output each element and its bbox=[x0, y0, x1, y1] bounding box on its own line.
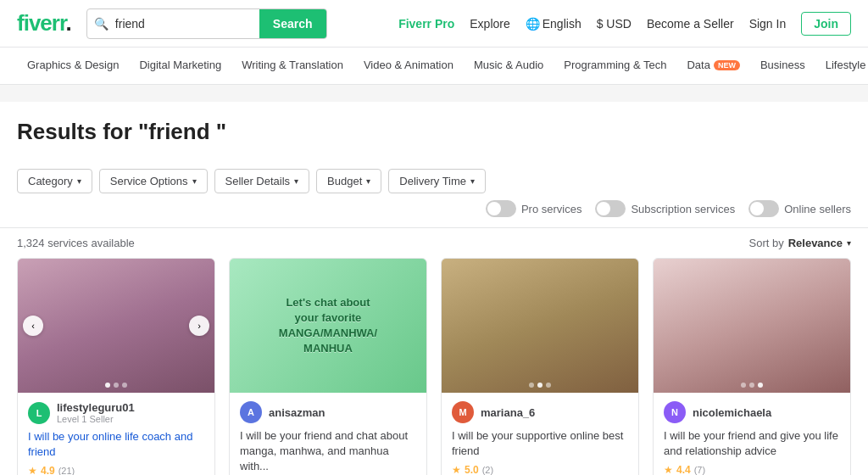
card-1-image-wrap: ‹ › bbox=[18, 259, 214, 393]
nav-item-video[interactable]: Video & Animation bbox=[353, 48, 464, 85]
cards-grid: ‹ › L lifestyleguru01 Level 1 Seller I w… bbox=[0, 258, 868, 475]
filters-bar: Category ▾ Service Options ▾ Seller Deta… bbox=[0, 159, 868, 228]
card-1-prev-button[interactable]: ‹ bbox=[23, 316, 43, 336]
card-3-rating: 5.0 bbox=[465, 464, 479, 475]
card-4-rating: 4.4 bbox=[676, 464, 691, 475]
card-1-rating: 4.9 bbox=[41, 465, 55, 475]
subscription-services-toggle-group: Subscription services bbox=[595, 200, 735, 217]
delivery-time-filter[interactable]: Delivery Time ▾ bbox=[388, 169, 486, 193]
category-nav: Graphics & Design Digital Marketing Writ… bbox=[0, 48, 868, 85]
chevron-down-icon: ▾ bbox=[366, 176, 370, 186]
card-3-stars: ★ 5.0 (2) bbox=[452, 464, 628, 475]
card-4-dots bbox=[741, 383, 763, 388]
card-4-body: N nicolemichaela I will be your friend a… bbox=[654, 393, 850, 475]
card-1-title: I will be your online life coach and fri… bbox=[28, 429, 204, 460]
card-1: ‹ › L lifestyleguru01 Level 1 Seller I w… bbox=[17, 258, 215, 475]
card-2-seller: A anisazman bbox=[240, 401, 416, 423]
nav-item-graphics[interactable]: Graphics & Design bbox=[17, 48, 129, 85]
fiverr-pro-link[interactable]: Fiverr Pro bbox=[398, 17, 454, 31]
card-4-star-icon: ★ bbox=[664, 464, 673, 475]
stats-bar: 1,324 services available Sort by Relevan… bbox=[0, 228, 868, 258]
results-area: Results for "friend " bbox=[0, 85, 868, 159]
logo[interactable]: fiverr. bbox=[17, 10, 71, 36]
header: fiverr. 🔍 Search Fiverr Pro Explore 🌐 En… bbox=[0, 0, 868, 48]
seller-details-filter[interactable]: Seller Details ▾ bbox=[214, 169, 310, 193]
card-1-seller-name: lifestyleguru01 bbox=[57, 401, 135, 414]
category-filter[interactable]: Category ▾ bbox=[17, 169, 92, 193]
nav-item-data[interactable]: Data NEW bbox=[676, 48, 749, 85]
card-1-stars: ★ 4.9 (21) bbox=[28, 465, 204, 475]
card-4-seller: N nicolemichaela bbox=[664, 401, 840, 423]
pro-services-toggle-group: Pro services bbox=[486, 200, 582, 217]
search-button[interactable]: Search bbox=[259, 8, 326, 39]
card-4: N nicolemichaela I will be your friend a… bbox=[653, 258, 851, 475]
search-input[interactable] bbox=[115, 17, 259, 31]
currency-link[interactable]: $ USD bbox=[597, 17, 632, 31]
card-1-dots bbox=[105, 383, 127, 388]
join-button[interactable]: Join bbox=[801, 12, 851, 36]
card-4-seller-name: nicolemichaela bbox=[693, 406, 771, 419]
pro-services-toggle[interactable] bbox=[486, 200, 516, 217]
sort-chevron-icon: ▾ bbox=[847, 238, 851, 248]
nav-item-digital[interactable]: Digital Marketing bbox=[129, 48, 231, 85]
subscription-services-toggle[interactable] bbox=[595, 200, 626, 217]
card-3-body: M mariana_6 I will be your supportive on… bbox=[442, 393, 638, 475]
chevron-down-icon: ▾ bbox=[470, 176, 475, 186]
card-2-avatar: A bbox=[240, 401, 262, 423]
card-3-rating-count: (2) bbox=[482, 465, 493, 475]
card-4-title: I will be your friend and give you life … bbox=[664, 428, 840, 459]
card-4-stars: ★ 4.4 (7) bbox=[664, 464, 840, 475]
card-1-next-button[interactable]: › bbox=[189, 316, 209, 336]
nav-item-business[interactable]: Business bbox=[750, 48, 815, 85]
budget-filter[interactable]: Budget ▾ bbox=[316, 169, 381, 193]
chevron-down-icon: ▾ bbox=[77, 176, 81, 186]
search-icon: 🔍 bbox=[87, 17, 115, 31]
services-count: 1,324 services available bbox=[17, 237, 135, 249]
online-sellers-toggle-group: Online sellers bbox=[748, 200, 851, 217]
nav-item-music[interactable]: Music & Audio bbox=[464, 48, 554, 85]
card-2: Let's chat aboutyour favoriteMANGA/MANHW… bbox=[229, 258, 427, 475]
card-3-star-icon: ★ bbox=[452, 464, 461, 475]
card-1-title-link[interactable]: I will be your online life coach and fri… bbox=[28, 430, 192, 458]
card-1-rating-count: (21) bbox=[58, 466, 75, 475]
header-nav: Fiverr Pro Explore 🌐 English $ USD Becom… bbox=[398, 12, 851, 36]
card-3-title: I will be your supportive online best fr… bbox=[452, 428, 628, 459]
card-3-image-wrap bbox=[442, 259, 638, 393]
card-3-avatar: M bbox=[452, 401, 474, 423]
card-1-seller-level: Level 1 Seller bbox=[57, 414, 135, 424]
card-4-rating-count: (7) bbox=[694, 465, 705, 475]
card-4-image-wrap bbox=[654, 259, 850, 393]
results-title: Results for "friend " bbox=[0, 102, 868, 159]
card-3-seller: M mariana_6 bbox=[452, 401, 628, 423]
service-options-filter[interactable]: Service Options ▾ bbox=[99, 169, 208, 193]
nav-item-programming[interactable]: Programming & Tech bbox=[554, 48, 676, 85]
card-1-body: L lifestyleguru01 Level 1 Seller I will … bbox=[18, 393, 214, 475]
card-2-image-wrap: Let's chat aboutyour favoriteMANGA/MANHW… bbox=[230, 259, 426, 393]
globe-icon: 🌐 bbox=[526, 17, 540, 31]
search-bar: 🔍 Search bbox=[86, 8, 327, 39]
card-2-seller-name: anisazman bbox=[269, 406, 325, 419]
online-sellers-toggle[interactable] bbox=[748, 200, 779, 217]
chevron-down-icon: ▾ bbox=[294, 176, 298, 186]
nav-item-writing[interactable]: Writing & Translation bbox=[231, 48, 353, 85]
chevron-down-icon: ▾ bbox=[192, 176, 197, 186]
card-2-image-text: Let's chat aboutyour favoriteMANGA/MANHW… bbox=[270, 287, 386, 366]
card-2-title: I will be your friend and chat about man… bbox=[240, 428, 416, 475]
card-3-seller-name: mariana_6 bbox=[481, 406, 535, 419]
language-link[interactable]: 🌐 English bbox=[526, 17, 581, 31]
nav-item-lifestyle[interactable]: Lifestyle bbox=[815, 48, 868, 85]
card-1-star-icon: ★ bbox=[28, 465, 37, 475]
become-seller-link[interactable]: Become a Seller bbox=[647, 17, 734, 31]
card-2-body: A anisazman I will be your friend and ch… bbox=[230, 393, 426, 475]
new-badge: NEW bbox=[714, 60, 740, 70]
card-1-avatar: L bbox=[28, 402, 50, 424]
card-3-dots bbox=[529, 383, 551, 388]
card-3: M mariana_6 I will be your supportive on… bbox=[441, 258, 639, 475]
sort-by[interactable]: Sort by Relevance ▾ bbox=[748, 237, 851, 249]
signin-link[interactable]: Sign In bbox=[749, 17, 787, 31]
card-1-seller: L lifestyleguru01 Level 1 Seller bbox=[28, 401, 204, 424]
card-4-avatar: N bbox=[664, 401, 686, 423]
explore-link[interactable]: Explore bbox=[470, 17, 509, 31]
